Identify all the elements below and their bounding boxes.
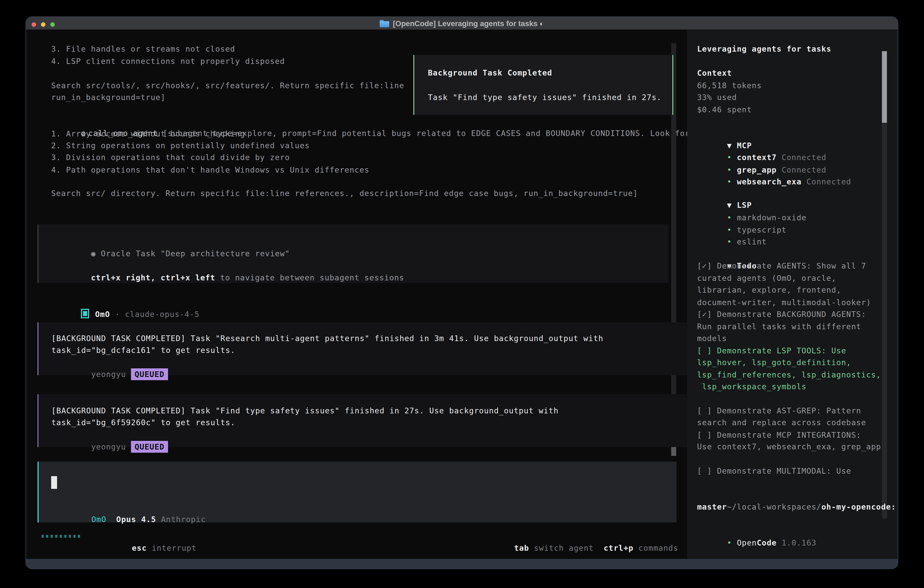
oracle-title: Oracle Task "Deep architecture review" [101, 249, 290, 258]
toast-title: Background Task Completed [428, 67, 552, 79]
sidebar-scrollbar-thumb[interactable] [882, 51, 887, 123]
message-input[interactable]: OmO Opus 4.5 Anthropic [38, 462, 676, 522]
esc-hint: esc interrupt [92, 530, 196, 542]
toast-body: Task "Find type safety issues" finished … [428, 91, 662, 103]
scrollback-line: Search src/tools/, src/hooks/, src/featu… [51, 79, 404, 91]
task-user: yeongyu [91, 370, 131, 379]
lsp-section-header[interactable]: ▼ LSP [697, 187, 752, 199]
status-dot-icon: • [727, 538, 732, 547]
window-title: [OpenCode] Leveraging agents for tasks ◐ [393, 19, 544, 28]
todo-line: curated agents (OmO, oracle, [697, 272, 836, 284]
oracle-shortcut: ctrl+x right, ctrl+x left [91, 273, 215, 282]
window-bottom-frame [26, 559, 898, 568]
todo-line: [ ] Demonstrate MCP INTEGRATIONS: [697, 429, 861, 441]
todo-line-active: lsp_hover, lsp_goto_definition, [697, 357, 851, 368]
workspace-branch: master [697, 501, 727, 513]
mcp-item: • websearch_exa Connected [697, 164, 851, 176]
oracle-icon: ◉ [91, 249, 96, 258]
tool-item: 3. Division operations that could divide… [51, 152, 290, 163]
background-task-message: [BACKGROUND TASK COMPLETED] Task "Resear… [38, 322, 693, 375]
tool-item: 1. Array access without bounds checking [51, 128, 245, 140]
task-user: yeongyu [91, 442, 131, 451]
oracle-hint-line: ctrl+x right, ctrl+x left to navigate be… [51, 260, 404, 272]
todo-line: [✓] Demonstrate AGENTS: Show all 7 [697, 260, 866, 272]
activity-spinner [41, 530, 80, 542]
todo-line: librarian, explore, frontend, [697, 284, 841, 296]
session-title: Leveraging agents for tasks [697, 43, 831, 55]
context-used: 33% used [697, 91, 737, 103]
todo-line: [ ] Demonstrate AST-GREP: Pattern [697, 405, 861, 416]
lsp-item: • markdown-oxide [697, 200, 807, 212]
terminal-content: 3. File handles or streams not closed 4.… [26, 30, 898, 559]
task-line2: task_id="bg_dcfac161" to get results. [51, 344, 235, 356]
sidebar-scrollbar-track[interactable] [882, 51, 887, 519]
folder-icon [380, 20, 389, 27]
context-heading: Context [697, 67, 732, 79]
tool-footer: Search src/ directory. Return specific f… [51, 187, 638, 199]
todo-line: Run parallel tasks with different [697, 320, 861, 332]
keyboard-hints: tab switch agent ctrl+p commands [474, 530, 678, 542]
agent-header: OmO · claude-opus-4-5 [51, 297, 200, 308]
version-line: • OpenCode 1.0.163 [697, 525, 817, 537]
queued-badge: QUEUED [131, 441, 168, 453]
task-line1: [BACKGROUND TASK COMPLETED] Task "Find t… [51, 405, 559, 416]
oracle-hint: to navigate between subagent sessions [215, 273, 404, 282]
lsp-item: • typescript [697, 212, 787, 224]
background-task-toast: Background Task Completed Task "Find typ… [413, 55, 673, 115]
todo-section-header[interactable]: ▼ Todo [697, 248, 757, 260]
scrollback-line: run_in_background=true] [51, 91, 165, 103]
tool-item: 2. String operations on potentially unde… [51, 140, 310, 152]
status-bar: esc interrupt tab switch agent ctrl+p co… [41, 530, 678, 542]
input-model: Opus 4.5 [116, 515, 156, 524]
background-task-message: [BACKGROUND TASK COMPLETED] Task "Find t… [38, 394, 693, 447]
text-cursor [51, 476, 57, 489]
context-spent: $0.46 spent [697, 104, 752, 116]
scrollback-line: 4. LSP client connections not properly d… [51, 55, 285, 67]
agent-model: · claude-opus-4-5 [110, 310, 200, 319]
task-line2: task_id="bg_6f59260c" to get results. [51, 416, 235, 428]
status-dot-icon: • [727, 177, 732, 186]
todo-line-active: lsp_find_references, lsp_diagnostics, [697, 369, 881, 381]
scrollback-line: 3. File handles or streams not closed [51, 43, 235, 55]
tool-call-line: ⚙call_omo_agent [subagent_type=explore, … [51, 116, 690, 127]
todo-line-active: lsp_workspace_symbols [697, 381, 807, 393]
tool-item: 4. Path operations that don't handle Win… [51, 164, 370, 176]
task-meta: yeongyu QUEUED [51, 357, 168, 368]
task-line1: [BACKGROUND TASK COMPLETED] Task "Resear… [51, 332, 604, 344]
workspace-path: ~/local-workspaces/oh-my-opencode: [697, 489, 896, 501]
todo-line: [ ] Demonstrate MULTIMODAL: Use [697, 465, 851, 477]
input-provider: Anthropic [161, 515, 206, 524]
oracle-task-panel: ◉Oracle Task "Deep architecture review" … [38, 225, 668, 283]
mcp-item: • context7 Connected [697, 140, 827, 152]
context-tokens: 66,518 tokens [697, 79, 762, 91]
queued-badge: QUEUED [131, 368, 168, 380]
todo-line: Use context7, websearch_exa, grep_app [697, 441, 881, 453]
mcp-item: • grep_app Connected [697, 152, 827, 164]
input-model-line: OmO Opus 4.5 Anthropic [52, 502, 206, 514]
todo-line: search and replace across codebase [697, 416, 866, 428]
agent-name: OmO [95, 310, 110, 319]
mcp-section-header[interactable]: ▼ MCP [697, 128, 752, 140]
lsp-item: • eslint [697, 224, 767, 236]
todo-line: [✓] Demonstrate BACKGROUND AGENTS: [697, 308, 866, 320]
todo-line: document-writer, multimodal-looker) [697, 297, 871, 308]
input-agent: OmO [91, 515, 106, 524]
status-dot-icon: • [727, 237, 732, 246]
opencode-window: [OpenCode] Leveraging agents for tasks ◐… [26, 17, 898, 568]
window-titlebar[interactable]: [OpenCode] Leveraging agents for tasks ◐ [26, 17, 898, 30]
oracle-title-line: ◉Oracle Task "Deep architecture review" [51, 236, 290, 248]
todo-line-active: [ ] Demonstrate LSP TOOLS: Use [697, 345, 846, 357]
agent-icon [81, 309, 89, 318]
todo-line: models [697, 332, 727, 344]
task-meta: yeongyu QUEUED [51, 429, 168, 441]
